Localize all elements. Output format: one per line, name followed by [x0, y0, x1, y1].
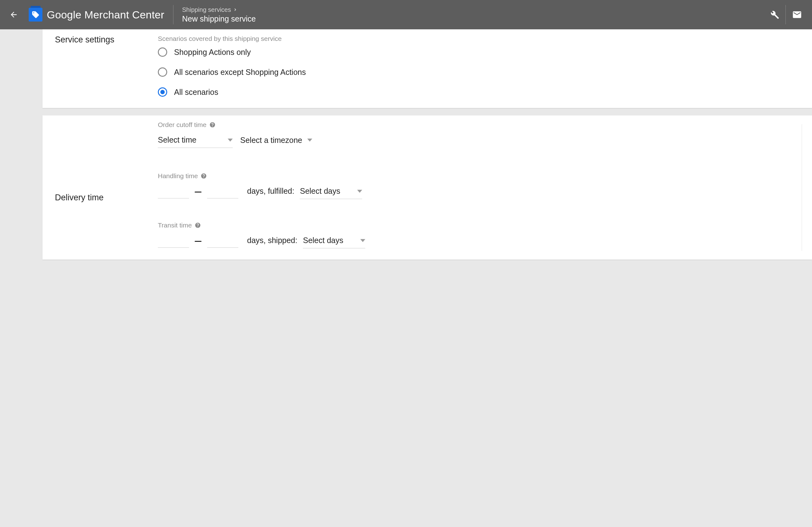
- cutoff-timezone-select[interactable]: Select a timezone: [240, 134, 312, 148]
- scenario-radio-label: All scenarios except Shopping Actions: [174, 68, 306, 77]
- header-tools: [767, 5, 804, 24]
- handling-time-caption: Handling time: [158, 172, 799, 180]
- transit-time-caption: Transit time: [158, 222, 799, 229]
- mail-icon: [792, 10, 802, 20]
- radio-icon: [158, 67, 167, 77]
- product-name-bold: Google: [47, 9, 82, 20]
- scenario-radio-label: Shopping Actions only: [174, 48, 251, 57]
- section-heading-delivery-time: Delivery time: [55, 121, 158, 248]
- handling-max-input[interactable]: [207, 185, 238, 198]
- product-name: Google Merchant Center: [47, 9, 164, 21]
- transit-max-input[interactable]: [207, 234, 238, 248]
- transit-time-caption-text: Transit time: [158, 222, 192, 229]
- help-icon[interactable]: [209, 122, 216, 128]
- scenario-radio-1[interactable]: All scenarios except Shopping Actions: [158, 67, 799, 77]
- svg-marker-0: [228, 139, 233, 142]
- svg-marker-3: [360, 239, 365, 242]
- transit-suffix-label: days, shipped:: [247, 236, 297, 245]
- section-heading-service-settings: Service settings: [55, 35, 158, 97]
- back-button[interactable]: [8, 9, 20, 21]
- handling-min-input[interactable]: [158, 185, 189, 198]
- product-logo-block: Google Merchant Center: [29, 8, 164, 22]
- range-dash: [195, 241, 202, 242]
- page-title: New shipping service: [182, 14, 256, 24]
- svg-marker-2: [357, 190, 362, 193]
- cutoff-timezone-select-label: Select a timezone: [240, 136, 302, 145]
- header-divider: [785, 5, 786, 24]
- transit-days-select[interactable]: Select days: [303, 234, 365, 248]
- breadcrumb: Shipping services New shipping service: [182, 5, 256, 24]
- range-dash: [195, 191, 202, 193]
- radio-icon: [158, 87, 167, 97]
- mail-button[interactable]: [789, 7, 804, 22]
- breadcrumb-parent-label: Shipping services: [182, 5, 231, 14]
- chevron-down-icon: [360, 239, 365, 242]
- merchant-tag-icon: [29, 8, 42, 22]
- handling-time-row: days, fulfilled: Select days: [158, 185, 799, 199]
- chevron-right-icon: [233, 7, 238, 12]
- handling-days-select-label: Select days: [300, 187, 340, 196]
- product-name-rest: Merchant Center: [82, 9, 164, 20]
- handling-time-caption-text: Handling time: [158, 172, 198, 180]
- transit-days-select-label: Select days: [303, 236, 343, 245]
- svg-marker-1: [307, 139, 312, 142]
- card-service-settings: Service settings Scenarios covered by th…: [42, 29, 812, 108]
- order-cutoff-row: Select time Select a timezone: [158, 133, 799, 148]
- order-cutoff-caption-text: Order cutoff time: [158, 121, 206, 129]
- scenario-radio-label: All scenarios: [174, 88, 218, 97]
- chevron-down-icon: [307, 139, 312, 142]
- tools-button[interactable]: [767, 7, 782, 22]
- card-delivery-time: Delivery time Order cutoff time Select t…: [42, 115, 812, 260]
- scenario-radio-2[interactable]: All scenarios: [158, 87, 799, 97]
- help-icon[interactable]: [194, 222, 201, 229]
- handling-suffix-label: days, fulfilled:: [247, 187, 294, 196]
- app-header: Google Merchant Center Shipping services…: [0, 0, 812, 29]
- help-icon[interactable]: [200, 173, 207, 180]
- wrench-icon: [769, 10, 779, 20]
- scenario-radio-0[interactable]: Shopping Actions only: [158, 47, 799, 57]
- scenarios-caption: Scenarios covered by this shipping servi…: [158, 35, 799, 42]
- scenarios-radio-group: Shopping Actions onlyAll scenarios excep…: [158, 47, 799, 97]
- page-body: Service settings Scenarios covered by th…: [0, 29, 812, 260]
- chevron-down-icon: [357, 190, 362, 193]
- order-cutoff-caption: Order cutoff time: [158, 121, 799, 129]
- cutoff-time-select-label: Select time: [158, 136, 197, 144]
- breadcrumb-parent[interactable]: Shipping services: [182, 5, 256, 14]
- header-divider: [173, 5, 173, 24]
- chevron-down-icon: [228, 139, 233, 142]
- transit-min-input[interactable]: [158, 234, 189, 248]
- radio-icon: [158, 47, 167, 57]
- handling-days-select[interactable]: Select days: [300, 185, 362, 199]
- cutoff-time-select[interactable]: Select time: [158, 133, 233, 148]
- transit-time-row: days, shipped: Select days: [158, 234, 799, 248]
